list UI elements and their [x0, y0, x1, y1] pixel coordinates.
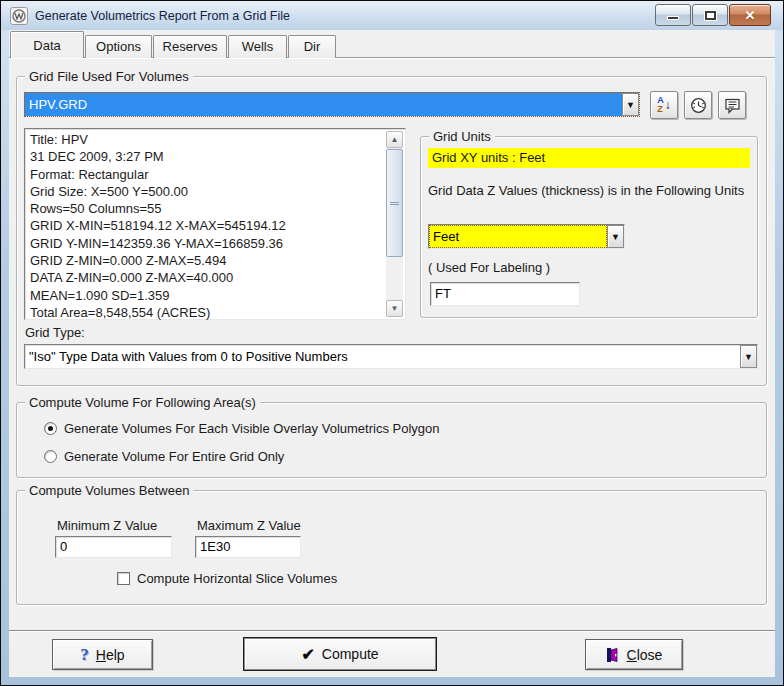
labeling-units-input[interactable]: FT: [430, 282, 580, 306]
grid-file-group-title: Grid File Used For Volumes: [25, 69, 193, 84]
compute-between-group-title: Compute Volumes Between: [25, 483, 193, 498]
compute-area-group-title: Compute Volume For Following Area(s): [25, 395, 260, 410]
chevron-down-icon: ▼: [744, 352, 753, 362]
z-units-combobox-dropdown[interactable]: ▼: [607, 225, 624, 248]
memo-scrollbar[interactable]: ▲ ▼: [386, 131, 403, 317]
grid-xy-units-label: Grid XY units : Feet: [428, 148, 750, 168]
help-button-label: Help: [96, 647, 125, 663]
compute-button-label: Compute: [322, 646, 379, 662]
grid-type-combobox[interactable]: "Iso" Type Data with Values from 0 to Po…: [24, 344, 758, 369]
tab-wells[interactable]: Wells: [228, 35, 287, 58]
compute-area-group: Compute Volume For Following Area(s): [16, 402, 767, 478]
scrollbar-thumb[interactable]: [386, 149, 403, 257]
tab-dir[interactable]: Dir: [288, 35, 336, 58]
minimize-icon: [667, 16, 679, 20]
max-z-input[interactable]: 1E30: [195, 536, 301, 558]
grid-z-units-caption: Grid Data Z Values (thickness) is in the…: [428, 182, 746, 199]
tab-wells-label: Wells: [242, 39, 274, 54]
close-icon: ✕: [745, 8, 756, 23]
sort-az-button[interactable]: AZ ↓: [650, 91, 678, 119]
used-for-labeling-caption: ( Used For Labeling ): [428, 260, 550, 275]
z-units-combobox[interactable]: Feet ▼: [428, 224, 625, 249]
radio-entire-grid-label: Generate Volume For Entire Grid Only: [64, 449, 284, 464]
maximize-icon: [705, 11, 716, 20]
app-icon: [10, 7, 28, 25]
scrollbar-grip-icon: [390, 202, 399, 205]
footer-divider: [9, 630, 775, 632]
comment-icon: [724, 97, 741, 114]
window-title: Generate Volumetrics Report From a Grid …: [35, 9, 290, 23]
grid-file-combobox-value: HPV.GRD: [25, 93, 622, 116]
clock-icon: [690, 97, 707, 114]
help-button[interactable]: ? Help: [52, 639, 153, 670]
horizontal-slice-checkbox-box: [117, 572, 130, 585]
arrow-up-icon: ▲: [391, 135, 399, 144]
min-z-label: Minimum Z Value: [57, 518, 157, 533]
z-units-combobox-value: Feet: [429, 225, 607, 248]
horizontal-slice-checkbox[interactable]: Compute Horizontal Slice Volumes: [117, 571, 337, 586]
scroll-down-button[interactable]: ▼: [386, 300, 403, 317]
tab-reserves[interactable]: Reserves: [153, 35, 227, 58]
tab-options[interactable]: Options: [85, 35, 152, 58]
grid-type-label: Grid Type:: [25, 325, 85, 340]
chevron-down-icon: ▼: [611, 232, 620, 242]
tab-data[interactable]: Data: [10, 31, 84, 58]
grid-file-combobox[interactable]: HPV.GRD ▼: [24, 92, 640, 117]
grid-type-combobox-dropdown[interactable]: ▼: [740, 345, 757, 368]
dialog-window: Generate Volumetrics Report From a Grid …: [0, 0, 784, 686]
grid-units-group-title: Grid Units: [429, 129, 495, 144]
checkmark-icon: ✔: [301, 645, 314, 664]
file-notes-button[interactable]: [718, 91, 746, 119]
title-bar[interactable]: Generate Volumetrics Report From a Grid …: [1, 1, 783, 30]
close-button-label: Close: [627, 647, 663, 663]
tab-options-label: Options: [96, 39, 141, 54]
close-window-button[interactable]: ✕: [729, 4, 771, 26]
radio-overlay-polygons-circle: [44, 422, 57, 435]
compute-button[interactable]: ✔ Compute: [243, 637, 437, 671]
recent-files-button[interactable]: [684, 91, 712, 119]
max-z-label: Maximum Z Value: [197, 518, 301, 533]
help-icon: ?: [80, 645, 89, 665]
grid-type-combobox-value: "Iso" Type Data with Values from 0 to Po…: [25, 345, 740, 368]
tab-dir-label: Dir: [304, 39, 321, 54]
exit-door-icon: [606, 647, 620, 663]
horizontal-slice-checkbox-label: Compute Horizontal Slice Volumes: [137, 571, 337, 586]
chevron-down-icon: ▼: [626, 100, 635, 110]
grid-file-combobox-dropdown[interactable]: ▼: [622, 93, 639, 116]
radio-overlay-polygons[interactable]: Generate Volumes For Each Visible Overla…: [44, 421, 440, 436]
grid-info-memo[interactable]: Title: HPV 31 DEC 2009, 3:27 PM Format: …: [24, 128, 406, 320]
scroll-up-button[interactable]: ▲: [386, 131, 403, 148]
maximize-button[interactable]: [692, 4, 728, 26]
arrow-down-icon: ▼: [391, 304, 399, 313]
sort-az-icon: AZ ↓: [657, 96, 671, 114]
grid-info-text: Title: HPV 31 DEC 2009, 3:27 PM Format: …: [25, 129, 405, 321]
minimize-button[interactable]: [655, 4, 691, 26]
tab-reserves-label: Reserves: [163, 39, 218, 54]
radio-entire-grid-circle: [44, 450, 57, 463]
close-button[interactable]: Close: [585, 639, 683, 670]
radio-entire-grid[interactable]: Generate Volume For Entire Grid Only: [44, 449, 284, 464]
min-z-input[interactable]: 0: [55, 536, 172, 558]
radio-overlay-polygons-label: Generate Volumes For Each Visible Overla…: [64, 421, 440, 436]
tab-data-label: Data: [33, 38, 60, 53]
